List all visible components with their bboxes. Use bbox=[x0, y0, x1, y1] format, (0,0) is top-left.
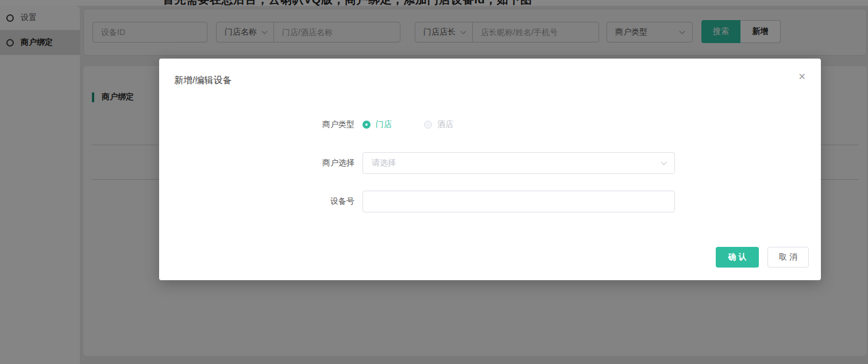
modal-footer: 确 认 取 消 bbox=[716, 247, 809, 268]
merchant-select-label: 商户选择 bbox=[159, 158, 354, 168]
merchant-select-row: 商户选择 请选择 bbox=[159, 152, 821, 174]
add-edit-device-modal: 新增/编辑设备 ✕ 商户类型 门店 酒店 商户选择 请选择 设备号 bbox=[159, 59, 821, 280]
merchant-select-placeholder: 请选择 bbox=[372, 158, 396, 168]
device-no-label: 设备号 bbox=[159, 196, 354, 207]
radio-selected-icon bbox=[362, 121, 371, 129]
close-icon[interactable]: ✕ bbox=[796, 70, 808, 84]
device-no-input[interactable] bbox=[362, 191, 675, 212]
radio-store-label: 门店 bbox=[376, 119, 392, 130]
merchant-select-dropdown[interactable]: 请选择 bbox=[362, 152, 675, 174]
device-no-row: 设备号 bbox=[159, 191, 821, 212]
merchant-type-label: 商户类型 bbox=[159, 119, 354, 130]
radio-hotel-label: 酒店 bbox=[437, 119, 453, 130]
radio-unselected-icon bbox=[424, 121, 432, 129]
merchant-type-row: 商户类型 门店 酒店 bbox=[159, 115, 821, 134]
radio-hotel[interactable]: 酒店 bbox=[424, 119, 453, 130]
cancel-button[interactable]: 取 消 bbox=[767, 247, 809, 268]
radio-store[interactable]: 门店 bbox=[362, 119, 392, 130]
chevron-down-icon bbox=[661, 159, 667, 165]
modal-title: 新增/编辑设备 bbox=[174, 75, 232, 87]
confirm-button[interactable]: 确 认 bbox=[716, 247, 759, 268]
